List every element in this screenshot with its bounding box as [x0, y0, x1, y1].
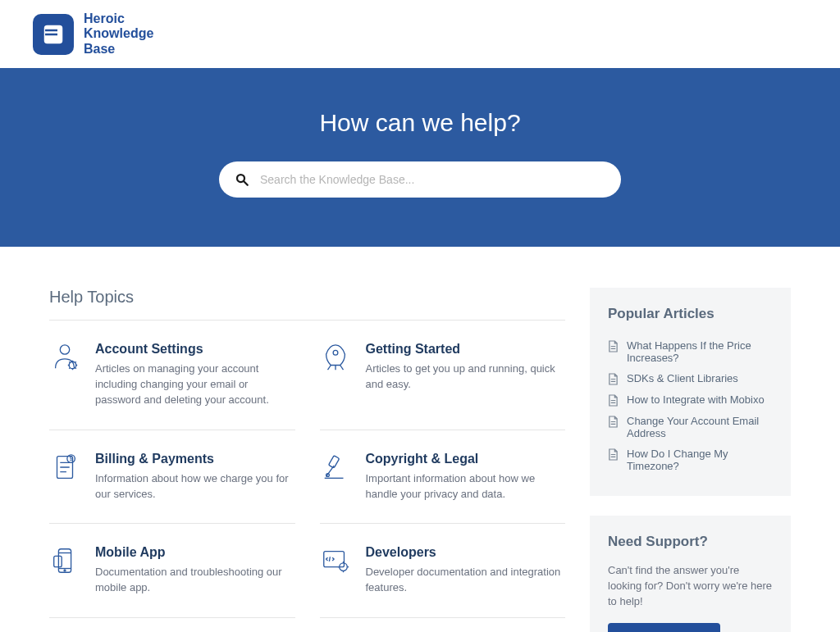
topic-title: Mobile App	[95, 545, 295, 560]
file-icon	[608, 394, 619, 407]
search-wrap	[219, 161, 621, 198]
file-icon	[608, 448, 619, 461]
site-header: Heroic Knowledge Base	[0, 0, 840, 68]
topic-desc: Articles on managing your account includ…	[95, 361, 295, 408]
popular-article-link[interactable]: What Happens If the Price Increases?	[608, 335, 773, 368]
contact-support-button[interactable]: Contact Support	[608, 623, 720, 632]
topic-desc: Documentation and troubleshooting our mo…	[95, 565, 295, 596]
user-gear-icon	[49, 342, 80, 373]
topic-title: Developers	[366, 545, 566, 560]
topic-account-settings[interactable]: Account Settings Articles on managing yo…	[49, 321, 295, 430]
topic-billing[interactable]: $ Billing & Payments Information about h…	[49, 430, 295, 525]
file-icon	[608, 373, 619, 385]
svg-point-2	[60, 345, 69, 354]
file-icon	[608, 416, 619, 428]
topic-title: Account Settings	[95, 342, 295, 357]
search-icon	[235, 172, 249, 187]
svg-point-4	[333, 351, 338, 356]
support-text: Can't find the answer you're looking for…	[608, 563, 773, 610]
hero-title: How can we help?	[0, 109, 840, 137]
code-gear-icon	[320, 545, 351, 576]
support-heading: Need Support?	[608, 534, 773, 550]
popular-article-link[interactable]: SDKs & Client Libraries	[608, 368, 773, 389]
file-icon	[608, 340, 619, 352]
svg-rect-14	[54, 557, 62, 567]
topic-desc: Important information about how we handl…	[366, 471, 566, 502]
svg-point-13	[64, 570, 66, 571]
topic-desc: Information about how we charge you for …	[95, 471, 295, 502]
brand-logo[interactable]: Heroic Knowledge Base	[33, 11, 807, 57]
topic-getting-started[interactable]: Getting Started Articles to get you up a…	[320, 321, 566, 430]
mobile-icon	[49, 545, 80, 576]
search-input[interactable]	[219, 161, 621, 198]
popular-articles-widget: Popular Articles What Happens If the Pri…	[590, 288, 791, 496]
topic-mobile[interactable]: Mobile App Documentation and troubleshoo…	[49, 524, 295, 618]
receipt-icon: $	[49, 452, 80, 483]
svg-text:$: $	[70, 456, 73, 461]
brand-name: Heroic Knowledge Base	[84, 11, 153, 57]
svg-line-1	[244, 181, 248, 185]
rocket-icon	[320, 342, 351, 373]
logo-icon	[33, 14, 74, 55]
hero-section: How can we help?	[0, 68, 840, 247]
popular-article-link[interactable]: How to Integrate with Mobixo	[608, 389, 773, 411]
topic-legal[interactable]: Copyright & Legal Important information …	[320, 430, 566, 525]
popular-heading: Popular Articles	[608, 306, 773, 322]
topic-title: Getting Started	[366, 342, 566, 357]
topic-desc: Developer documentation and integration …	[366, 565, 566, 596]
help-topics-heading: Help Topics	[49, 288, 565, 321]
topic-developers[interactable]: Developers Developer documentation and i…	[320, 524, 566, 618]
topic-desc: Articles to get you up and running, quic…	[366, 361, 566, 393]
popular-article-link[interactable]: Change Your Account Email Address	[608, 411, 773, 443]
topic-title: Copyright & Legal	[366, 452, 566, 466]
support-widget: Need Support? Can't find the answer you'…	[590, 516, 791, 632]
gavel-icon	[320, 452, 351, 483]
popular-article-link[interactable]: How Do I Change My Timezone?	[608, 443, 773, 476]
topic-title: Billing & Payments	[95, 452, 295, 466]
